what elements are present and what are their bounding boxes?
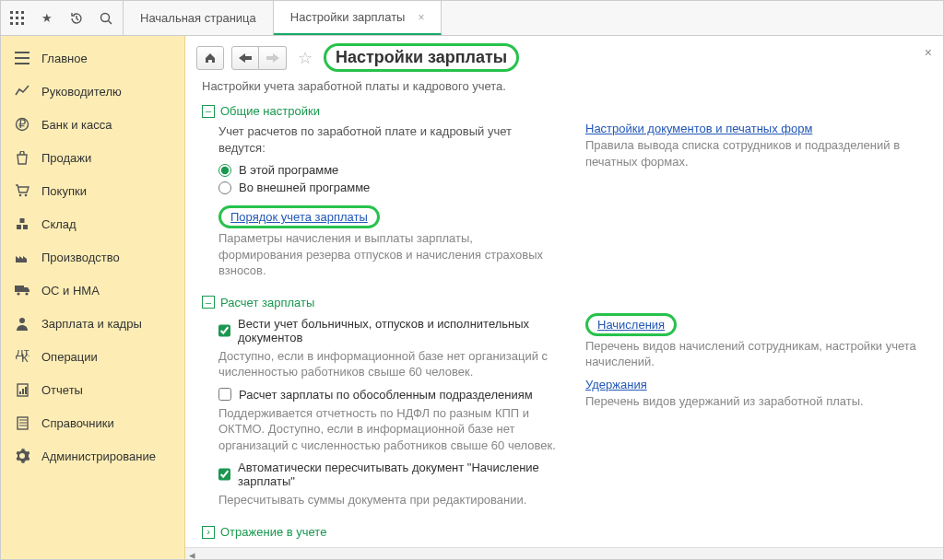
svg-text:Кт: Кт: [21, 351, 30, 363]
book-icon: [14, 414, 30, 431]
svg-point-9: [101, 13, 110, 21]
sidebar-item-label: Зарплата и кадры: [41, 317, 142, 331]
section-reflect-title: Отражение в учете: [220, 525, 326, 539]
chk-auto-recalc-note: Пересчитывать суммы документа при редакт…: [218, 492, 560, 508]
ruble-icon: ₽: [14, 116, 30, 133]
sidebar-item-label: Производство: [41, 251, 120, 264]
sidebar-item-label: Главное: [41, 52, 88, 65]
favorite-icon[interactable]: ☆: [298, 48, 313, 68]
sidebar-item-0[interactable]: Главное: [1, 41, 184, 75]
menu-icon: [14, 50, 30, 66]
page-intro: Настройки учета заработной платы и кадро…: [202, 79, 926, 93]
tab-settings[interactable]: Настройки зарплаты ×: [274, 1, 442, 35]
svg-point-21: [17, 292, 19, 295]
svg-rect-3: [10, 17, 13, 19]
sidebar-item-5[interactable]: Склад: [1, 207, 184, 240]
bag-icon: [14, 149, 30, 166]
sidebar-item-11[interactable]: Справочники: [1, 406, 184, 439]
chk-subdivisions[interactable]: Расчет зарплаты по обособленным подразде…: [218, 388, 560, 402]
content-scroll[interactable]: Настройки учета заработной платы и кадро…: [185, 79, 943, 547]
page-title: Настройки зарплаты: [336, 48, 507, 66]
tab-home-label: Начальная страница: [140, 11, 256, 25]
tab-home[interactable]: Начальная страница: [124, 1, 274, 35]
svg-rect-29: [25, 387, 27, 394]
order-note: Параметры начисления и выплаты зарплаты,…: [218, 230, 560, 279]
sidebar-item-3[interactable]: Продажи: [1, 141, 184, 174]
top-bar: ★ Начальная страница Настройки зарплаты …: [1, 1, 943, 36]
chk-auto-recalc[interactable]: Автоматически пересчитывать документ "На…: [218, 461, 560, 488]
sidebar: ГлавноеРуководителю₽Банк и кассаПродажиП…: [1, 36, 185, 560]
factory-icon: [14, 249, 30, 265]
sidebar-item-8[interactable]: Зарплата и кадры: [1, 307, 184, 340]
star-icon[interactable]: ★: [38, 9, 56, 28]
section-calc[interactable]: – Расчет зарплаты: [202, 296, 926, 309]
order-link-highlight: Порядок учета зарплаты: [218, 205, 380, 228]
accruals-link[interactable]: Начисления: [597, 318, 665, 332]
sidebar-item-10[interactable]: Отчеты: [1, 373, 184, 406]
sidebar-item-label: ОС и НМА: [41, 284, 100, 298]
section-general-title: Общие настройки: [220, 104, 320, 118]
sidebar-item-label: Администрирование: [41, 449, 156, 463]
chart-icon: [14, 83, 30, 99]
gear-icon: [14, 448, 30, 464]
collapse-icon: –: [202, 105, 215, 118]
svg-rect-8: [21, 22, 24, 25]
top-tools: ★: [1, 1, 124, 35]
ops-icon: ДтКт: [14, 348, 30, 365]
section-calc-title: Расчет зарплаты: [220, 296, 314, 309]
collapse-icon: –: [202, 296, 215, 309]
sidebar-item-12[interactable]: Администрирование: [1, 439, 184, 472]
svg-rect-20: [19, 218, 24, 223]
section-reflect[interactable]: › Отражение в учете: [202, 525, 926, 539]
tab-settings-label: Настройки зарплаты: [290, 10, 406, 24]
sidebar-item-label: Руководителю: [41, 85, 122, 99]
sidebar-item-label: Склад: [41, 217, 77, 231]
accruals-link-highlight: Начисления: [585, 313, 677, 336]
sidebar-item-9[interactable]: ДтКтОперации: [1, 340, 184, 373]
order-link[interactable]: Порядок учета зарплаты: [230, 210, 368, 224]
tab-close-icon[interactable]: ×: [418, 11, 424, 24]
radio-this-program[interactable]: В этой программе: [218, 163, 560, 177]
svg-rect-1: [16, 11, 18, 14]
svg-rect-5: [21, 17, 24, 19]
doc-settings-note: Правила вывода списка сотрудников и подр…: [585, 137, 926, 169]
svg-rect-2: [21, 11, 24, 14]
svg-point-22: [25, 292, 28, 295]
chk-sickleave[interactable]: Вести учет больничных, отпусков и исполн…: [218, 317, 560, 344]
sidebar-item-1[interactable]: Руководителю: [1, 75, 184, 108]
svg-rect-4: [16, 17, 18, 19]
svg-point-17: [25, 194, 28, 197]
sidebar-item-label: Отчеты: [41, 383, 83, 397]
svg-rect-13: [15, 63, 30, 64]
person-icon: [14, 315, 30, 332]
sidebar-item-6[interactable]: Производство: [1, 240, 184, 274]
close-button[interactable]: ×: [925, 45, 932, 60]
sidebar-item-2[interactable]: ₽Банк и касса: [1, 108, 184, 141]
sidebar-item-label: Справочники: [41, 416, 114, 430]
page-title-highlight: Настройки зарплаты: [324, 43, 519, 72]
radio-external-program[interactable]: Во внешней программе: [218, 181, 560, 194]
report-icon: [14, 381, 30, 398]
svg-rect-11: [15, 52, 30, 53]
accruals-note: Перечень видов начислений сотрудникам, н…: [585, 338, 926, 370]
sidebar-item-7[interactable]: ОС и НМА: [1, 274, 184, 307]
section-general[interactable]: – Общие настройки: [202, 104, 926, 118]
doc-settings-link[interactable]: Настройки документов и печатных форм: [585, 122, 812, 135]
svg-rect-27: [19, 391, 21, 394]
svg-rect-0: [10, 11, 13, 14]
back-button[interactable]: [231, 46, 259, 70]
content-toolbar: ☆ Настройки зарплаты ×: [185, 36, 943, 79]
history-icon[interactable]: [67, 9, 86, 28]
deductions-note: Перечень видов удержаний из заработной п…: [585, 393, 926, 410]
svg-rect-7: [16, 22, 18, 25]
sidebar-item-label: Продажи: [41, 151, 91, 165]
deductions-link[interactable]: Удержания: [585, 378, 647, 391]
search-icon[interactable]: [97, 9, 115, 28]
svg-rect-19: [23, 225, 28, 229]
home-button[interactable]: [196, 46, 224, 70]
chk-subdivisions-note: Поддерживается отчетность по НДФЛ по раз…: [218, 405, 560, 454]
content-area: ☆ Настройки зарплаты × Настройки учета з…: [185, 36, 943, 560]
apps-icon[interactable]: [8, 9, 27, 28]
sidebar-item-4[interactable]: Покупки: [1, 174, 184, 207]
horizontal-scrollbar[interactable]: ◂: [185, 547, 943, 560]
